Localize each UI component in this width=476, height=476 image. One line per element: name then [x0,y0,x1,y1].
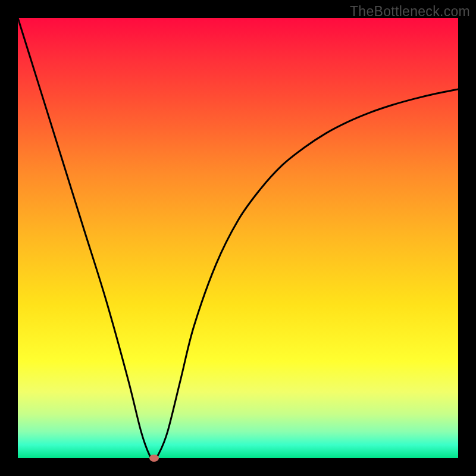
bottleneck-curve [18,18,458,458]
curve-svg [18,18,458,458]
chart-frame: TheBottleneck.com [0,0,476,476]
watermark-text: TheBottleneck.com [350,4,470,20]
minimum-marker [149,455,159,462]
plot-area [18,18,458,458]
